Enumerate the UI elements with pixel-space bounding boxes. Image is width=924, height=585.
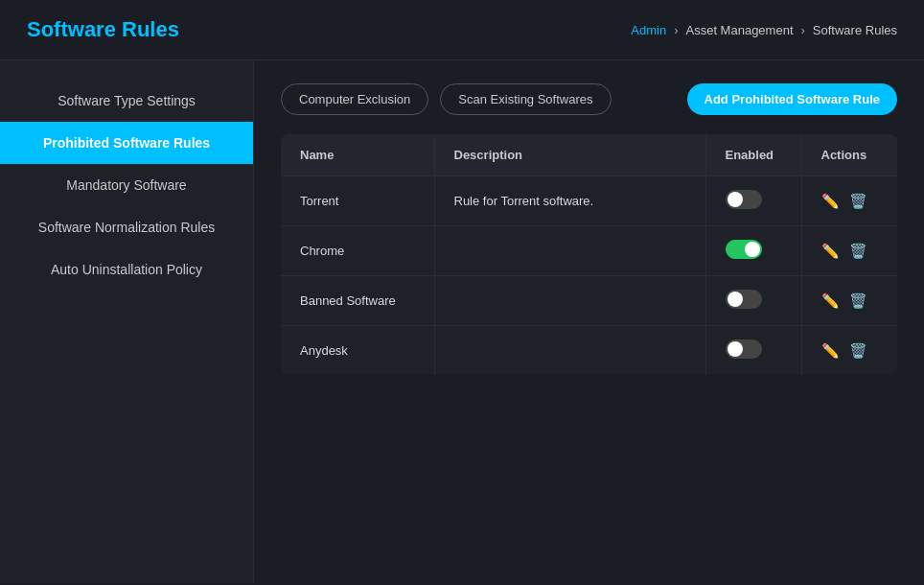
table-row: TorrentRule for Torrent software.✏️🗑️ [281,176,897,226]
sidebar-item-prohibited-software-rules[interactable]: Prohibited Software Rules [0,122,253,164]
cell-name-2: Chrome [281,226,434,276]
layout: Software Type Settings Prohibited Softwa… [0,60,924,583]
toggle-2[interactable] [726,240,762,259]
toggle-4[interactable] [726,339,762,359]
rules-table: Name Description Enabled Actions Torrent… [281,134,897,375]
sidebar-item-software-type-settings[interactable]: Software Type Settings [0,80,253,122]
cell-enabled-4 [705,326,801,376]
sidebar-item-auto-uninstallation-policy[interactable]: Auto Uninstallation Policy [0,248,253,291]
breadcrumb: Admin › Asset Management › Software Rule… [631,23,897,37]
breadcrumb-sep2: › [801,23,805,37]
breadcrumb-asset-management[interactable]: Asset Management [685,23,793,37]
col-header-enabled: Enabled [705,134,801,176]
cell-name-3: Banned Software [281,276,434,326]
sidebar-item-mandatory-software[interactable]: Mandatory Software [0,164,253,206]
cell-description-2 [434,226,705,276]
rules-table-container: Name Description Enabled Actions Torrent… [281,134,897,375]
main-content: Computer Exclusion Scan Existing Softwar… [254,60,924,583]
header: Software Rules Admin › Asset Management … [0,0,924,60]
cell-description-3 [434,276,705,326]
table-row: Anydesk✏️🗑️ [281,326,897,376]
table-header-row: Name Description Enabled Actions [281,134,897,176]
cell-name-1: Torrent [281,176,434,226]
col-header-description: Description [434,134,705,176]
breadcrumb-current: Software Rules [813,23,897,37]
cell-enabled-3 [705,276,801,326]
table-row: Banned Software✏️🗑️ [281,276,897,326]
cell-name-4: Anydesk [281,326,434,376]
scan-existing-button[interactable]: Scan Existing Softwares [440,83,611,115]
cell-enabled-2 [705,226,801,276]
breadcrumb-admin[interactable]: Admin [631,23,666,37]
edit-button-1[interactable]: ✏️ [821,193,840,210]
delete-button-1[interactable]: 🗑️ [849,193,867,210]
cell-description-4 [434,326,705,376]
edit-button-3[interactable]: ✏️ [821,292,840,310]
delete-button-2[interactable]: 🗑️ [849,243,867,260]
add-prohibited-rule-button[interactable]: Add Prohibited Software Rule [687,83,897,115]
sidebar: Software Type Settings Prohibited Softwa… [0,60,254,583]
col-header-name: Name [281,134,434,176]
cell-actions-4: ✏️🗑️ [801,326,897,376]
table-row: Chrome✏️🗑️ [281,226,897,276]
computer-exclusion-button[interactable]: Computer Exclusion [281,83,428,115]
page-title: Software Rules [27,17,179,42]
delete-button-4[interactable]: 🗑️ [849,342,867,360]
sidebar-item-software-normalization-rules[interactable]: Software Normalization Rules [0,206,253,248]
delete-button-3[interactable]: 🗑️ [849,292,867,310]
edit-button-2[interactable]: ✏️ [821,243,840,260]
toggle-3[interactable] [726,290,762,309]
cell-actions-2: ✏️🗑️ [801,226,897,276]
edit-button-4[interactable]: ✏️ [821,342,840,360]
col-header-actions: Actions [801,134,897,176]
toggle-1[interactable] [726,190,762,209]
cell-actions-3: ✏️🗑️ [801,276,897,326]
cell-description-1: Rule for Torrent software. [434,176,705,226]
breadcrumb-sep1: › [674,23,678,37]
cell-actions-1: ✏️🗑️ [801,176,897,226]
cell-enabled-1 [705,176,801,226]
action-bar: Computer Exclusion Scan Existing Softwar… [281,83,897,115]
